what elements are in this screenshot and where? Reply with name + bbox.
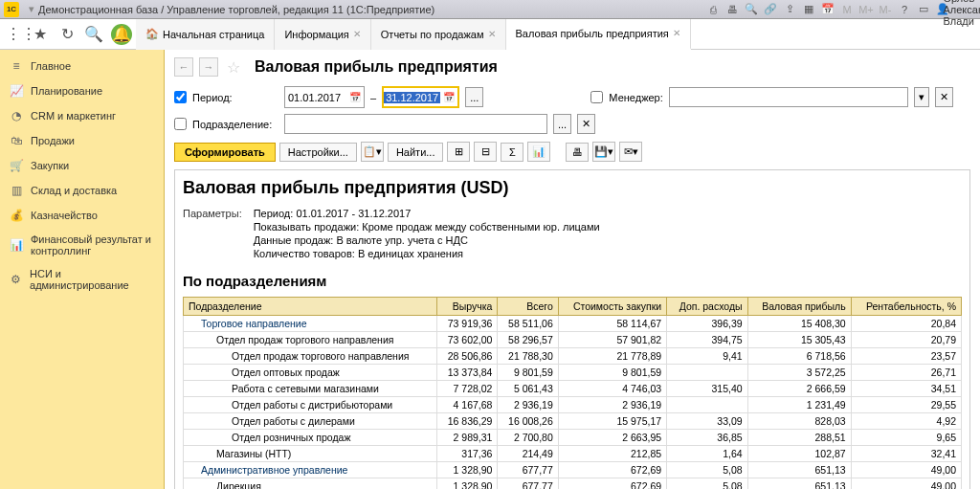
m-plus-icon[interactable]: M+ xyxy=(859,3,873,16)
column-header[interactable]: Выручка xyxy=(437,298,498,316)
manager-clear-button[interactable]: ✕ xyxy=(935,87,953,107)
tab-reports-label: Отчеты по продажам xyxy=(381,29,484,40)
manager-input[interactable] xyxy=(669,87,908,107)
close-icon[interactable]: ✕ xyxy=(673,28,680,38)
table-row[interactable]: Отдел оптовых продаж13 373,849 801,599 8… xyxy=(184,365,962,381)
column-header[interactable]: Стоимость закупки xyxy=(558,298,666,316)
sidebar-item-treasury[interactable]: 💰Казначейство xyxy=(0,203,164,228)
sidebar-item-main[interactable]: ≡Главное xyxy=(0,50,164,78)
grid-icon[interactable]: ▦ xyxy=(802,3,815,16)
close-icon[interactable]: ✕ xyxy=(353,29,361,39)
date-from-wrap[interactable]: 📅 xyxy=(284,86,365,108)
dept-checkbox[interactable] xyxy=(174,118,187,130)
sum-button[interactable]: Σ xyxy=(501,143,523,162)
dept-input[interactable] xyxy=(284,114,547,134)
table-cell: 16 008,26 xyxy=(498,413,558,430)
search-toolbar-icon[interactable]: 🔍 xyxy=(80,21,107,48)
settings-button[interactable]: Настройки... xyxy=(279,143,357,162)
apps-icon[interactable]: ⋮⋮⋮ xyxy=(0,21,27,48)
m-minus-icon[interactable]: M- xyxy=(879,3,892,16)
printer-icon[interactable]: 🖶 xyxy=(725,3,739,16)
column-header[interactable]: Доп. расходы xyxy=(667,298,747,316)
wallet-icon: 💰 xyxy=(10,209,23,222)
tab-info[interactable]: Информация✕ xyxy=(275,19,370,50)
close-icon[interactable]: ✕ xyxy=(488,29,496,39)
print-button[interactable]: 🖶 xyxy=(566,143,589,162)
table-cell: 212,85 xyxy=(558,446,666,462)
table-row[interactable]: Магазины (НТТ)317,36214,49212,851,64102,… xyxy=(184,446,962,462)
table-cell: 5,08 xyxy=(667,478,747,490)
column-header[interactable]: Всего xyxy=(498,298,558,316)
date-from-input[interactable] xyxy=(285,88,346,106)
dept-select-button[interactable]: ... xyxy=(553,114,571,134)
table-row[interactable]: Работа с сетевыми магазинами7 728,025 06… xyxy=(184,381,962,397)
mail-button[interactable]: ✉▾ xyxy=(619,142,642,162)
date-to-wrap[interactable]: 31.12.2017📅 xyxy=(382,86,459,108)
bell-icon[interactable]: 🔔 xyxy=(111,24,132,45)
sidebar-item-sales[interactable]: 🛍Продажи xyxy=(0,128,164,153)
table-row[interactable]: Отдел работы с дистрибьюторами4 167,682 … xyxy=(184,397,962,413)
table-cell: 1,64 xyxy=(667,446,747,462)
column-header[interactable]: Подразделение xyxy=(184,298,437,316)
history-icon[interactable]: ↻ xyxy=(54,21,80,48)
table-row[interactable]: Отдел продаж торгового направления73 602… xyxy=(184,332,962,348)
tab-reports[interactable]: Отчеты по продажам✕ xyxy=(371,19,506,50)
expand-button[interactable]: ⊞ xyxy=(447,142,470,162)
m-icon[interactable]: M xyxy=(840,3,854,16)
tab-home[interactable]: 🏠Начальная страница xyxy=(136,19,275,50)
table-cell: 2 989,31 xyxy=(437,430,498,446)
sidebar-item-finance[interactable]: 📊Финансовый результат и контроллинг xyxy=(0,228,164,262)
period-checkbox[interactable] xyxy=(174,91,187,103)
table-row[interactable]: Отдел работы с дилерами16 836,2916 008,2… xyxy=(184,413,962,430)
calendar-icon[interactable]: 📅 xyxy=(821,3,835,16)
user-name[interactable]: Орлов Александр Влади xyxy=(963,3,976,16)
help-icon[interactable]: ? xyxy=(898,3,911,16)
table-row[interactable]: Отдел розничных продаж2 989,312 700,802 … xyxy=(184,430,962,446)
table-cell: 651,13 xyxy=(747,462,851,478)
table-row[interactable]: Торговое направление73 919,3658 511,0658… xyxy=(184,316,962,332)
column-header[interactable]: Валовая прибыль xyxy=(747,298,851,316)
manager-select-button[interactable]: ▾ xyxy=(914,87,929,107)
period-select-button[interactable]: ... xyxy=(465,87,483,107)
run-button[interactable]: Сформировать xyxy=(174,143,276,162)
table-cell: 9 801,59 xyxy=(558,365,666,381)
search-icon[interactable]: 🔍 xyxy=(745,3,758,16)
link-icon[interactable]: 🔗 xyxy=(764,3,777,16)
sidebar-item-crm[interactable]: ◔CRM и маркетинг xyxy=(0,103,164,128)
sidebar-item-warehouse[interactable]: ▥Склад и доставка xyxy=(0,178,164,203)
export-icon[interactable]: ⇪ xyxy=(783,3,796,16)
column-header[interactable]: Рентабельность, % xyxy=(851,298,961,316)
chart-button[interactable]: 📊 xyxy=(527,142,550,162)
table-cell: 288,51 xyxy=(747,430,851,446)
sidebar-item-admin[interactable]: ⚙НСИ и администрирование xyxy=(0,262,164,297)
manager-checkbox[interactable] xyxy=(590,91,603,103)
favorite-icon[interactable]: ▾ xyxy=(29,3,34,15)
find-button[interactable]: Найти... xyxy=(388,143,444,162)
variant-button[interactable]: 📋▾ xyxy=(361,142,384,162)
table-row[interactable]: Дирекция1 328,90677,77672,695,08651,1349… xyxy=(184,478,962,490)
table-row[interactable]: Административное управление1 328,90677,7… xyxy=(184,462,962,478)
calendar-icon[interactable]: 📅 xyxy=(346,92,364,102)
back-button[interactable]: ← xyxy=(174,57,193,77)
table-cell: Отдел продаж торгового направления xyxy=(184,332,437,348)
star-icon[interactable]: ★ xyxy=(27,21,54,48)
date-to-input[interactable]: 31.12.2017 xyxy=(384,92,440,103)
chart-icon: 📈 xyxy=(10,84,23,98)
favorite-button[interactable]: ☆ xyxy=(224,57,243,77)
sidebar-item-planning[interactable]: 📈Планирование xyxy=(0,78,164,103)
window-icon[interactable]: ▭ xyxy=(917,3,930,16)
sidebar-item-purchase[interactable]: 🛒Закупки xyxy=(0,153,164,178)
table-cell: 828,03 xyxy=(747,413,851,430)
main-toolbar: ⋮⋮⋮ ★ ↻ 🔍 🔔 🏠Начальная страница Информац… xyxy=(0,19,980,50)
tab-profit[interactable]: Валовая прибыль предприятия✕ xyxy=(506,19,691,50)
dept-clear-button[interactable]: ✕ xyxy=(577,114,595,134)
params-label: Параметры: xyxy=(183,208,242,261)
save-button[interactable]: 💾▾ xyxy=(592,142,615,162)
calendar-icon[interactable]: 📅 xyxy=(440,92,457,102)
collapse-button[interactable]: ⊟ xyxy=(474,142,497,162)
forward-button[interactable]: → xyxy=(199,57,218,77)
print-icon[interactable]: ⎙ xyxy=(706,3,720,16)
tab-home-label: Начальная страница xyxy=(163,29,264,40)
table-row[interactable]: Отдел продаж торгового направления28 506… xyxy=(184,348,962,365)
table-cell: 317,36 xyxy=(437,446,498,462)
